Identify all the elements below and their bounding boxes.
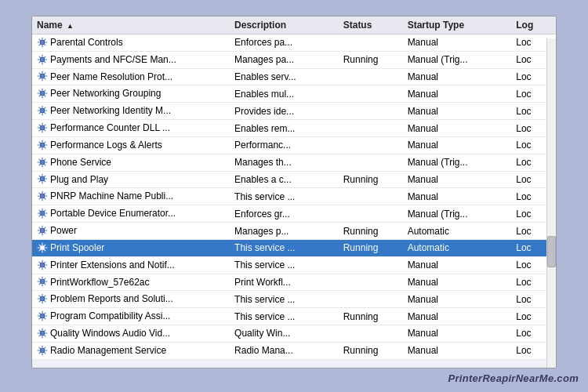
service-icon [37, 71, 48, 82]
cell-startup-type: Manual (Trig... [403, 51, 512, 68]
cell-startup-type: Manual [403, 103, 512, 120]
col-header-status[interactable]: Status [339, 16, 403, 34]
table-row[interactable]: Printer Extensions and Notif...This serv… [32, 256, 556, 274]
cell-status: Running [339, 223, 403, 240]
service-icon [37, 157, 48, 168]
table-row[interactable]: Print SpoolerThis service ...RunningAuto… [32, 239, 556, 256]
scrollbar[interactable] [546, 38, 556, 368]
cell-status [339, 205, 403, 223]
table-row[interactable]: Performance Counter DLL ...Enables rem..… [32, 120, 556, 137]
cell-startup-type: Manual [403, 85, 512, 103]
table-row[interactable]: Payments and NFC/SE Man...Manages pa...R… [32, 51, 556, 68]
svg-point-14 [40, 279, 45, 284]
svg-point-15 [40, 296, 45, 301]
cell-name: Printer Extensions and Notif... [32, 256, 230, 274]
table-row[interactable]: Problem Reports and Soluti...This servic… [32, 291, 556, 308]
cell-status [339, 274, 403, 291]
table-row[interactable]: Parental ControlsEnforces pa...ManualLoc [32, 34, 556, 52]
cell-startup-type: Manual (Trig... [403, 205, 512, 223]
cell-name: Portable Device Enumerator... [32, 205, 230, 223]
cell-description: Manages th... [230, 154, 339, 171]
table-row[interactable]: Performance Logs & AlertsPerformanc...Ma… [32, 136, 556, 154]
svg-point-9 [40, 194, 45, 198]
cell-name: Peer Networking Grouping [32, 85, 230, 103]
service-icon [37, 105, 48, 116]
cell-description: Manages p... [230, 223, 339, 240]
cell-startup-type: Automatic [403, 239, 512, 256]
cell-startup-type: Manual [403, 325, 512, 343]
cell-name: Problem Reports and Soluti... [32, 291, 230, 308]
services-window: Name ▲ Description Status Startup Type L… [31, 16, 557, 368]
cell-description: Performanc... [230, 136, 339, 154]
table-row[interactable]: Program Compatibility Assi...This servic… [32, 308, 556, 325]
col-header-startup-type[interactable]: Startup Type [403, 16, 512, 34]
cell-startup-type: Manual [403, 188, 512, 205]
svg-point-0 [40, 40, 45, 45]
table-row[interactable]: Plug and PlayEnables a c...RunningManual… [32, 171, 556, 188]
col-header-description[interactable]: Description [230, 16, 339, 34]
cell-status [339, 291, 403, 308]
table-row[interactable]: PrintWorkflow_57e62acPrint Workfl...Manu… [32, 274, 556, 291]
svg-point-1 [40, 57, 45, 62]
cell-startup-type: Manual [403, 34, 512, 52]
service-icon [37, 37, 48, 48]
cell-status [339, 120, 403, 137]
cell-description: Enforces gr... [230, 205, 339, 223]
cell-status: Running [339, 308, 403, 325]
table-row[interactable]: Phone ServiceManages th...Manual (Trig..… [32, 154, 556, 171]
service-icon [37, 310, 48, 321]
cell-description: Enables mul... [230, 85, 339, 103]
table-row[interactable]: Peer Networking Identity M...Provides id… [32, 103, 556, 120]
cell-description: Quality Win... [230, 325, 339, 343]
cell-description: Enforces pa... [230, 34, 339, 52]
service-icon [37, 140, 48, 151]
table-header-row: Name ▲ Description Status Startup Type L… [32, 16, 556, 34]
table-row[interactable]: Quality Windows Audio Vid...Quality Win.… [32, 325, 556, 343]
cell-startup-type: Manual [403, 136, 512, 154]
table-row[interactable]: Portable Device Enumerator...Enforces gr… [32, 205, 556, 223]
svg-point-4 [40, 108, 45, 113]
cell-startup-type: Manual [403, 274, 512, 291]
service-icon [37, 276, 48, 287]
scrollbar-thumb[interactable] [547, 236, 556, 267]
svg-point-5 [40, 125, 45, 130]
cell-status [339, 325, 403, 343]
sort-arrow-icon: ▲ [67, 22, 74, 30]
cell-startup-type: Manual [403, 120, 512, 137]
cell-description: Provides ide... [230, 103, 339, 120]
cell-name: PNRP Machine Name Publi... [32, 188, 230, 205]
table-row[interactable]: Peer Name Resolution Prot...Enables serv… [32, 68, 556, 85]
cell-status [339, 85, 403, 103]
cell-name: Peer Name Resolution Prot... [32, 68, 230, 85]
cell-status [339, 68, 403, 85]
cell-description: Enables serv... [230, 68, 339, 85]
svg-point-10 [40, 211, 45, 216]
cell-status: Running [339, 171, 403, 188]
watermark: PrinterReapirNearMe.com [448, 372, 579, 384]
service-icon [37, 54, 48, 65]
table-row[interactable]: Peer Networking GroupingEnables mul...Ma… [32, 85, 556, 103]
service-icon [37, 328, 48, 339]
col-header-name[interactable]: Name ▲ [32, 16, 230, 34]
table-row[interactable]: PNRP Machine Name Publi...This service .… [32, 188, 556, 205]
service-icon [37, 88, 48, 99]
cell-name: Performance Logs & Alerts [32, 136, 230, 154]
svg-point-11 [40, 228, 45, 233]
cell-status [339, 256, 403, 274]
cell-startup-type: Manual [403, 291, 512, 308]
cell-name: Performance Counter DLL ... [32, 120, 230, 137]
cell-description: This service ... [230, 291, 339, 308]
service-icon [37, 260, 48, 270]
cell-name: Program Compatibility Assi... [32, 308, 230, 325]
cell-description: This service ... [230, 308, 339, 325]
table-row[interactable]: PowerManages p...RunningAutomaticLoc [32, 223, 556, 240]
svg-point-2 [40, 74, 45, 78]
service-icon [37, 122, 48, 133]
svg-point-7 [40, 160, 45, 165]
cell-startup-type: Manual [403, 342, 512, 359]
col-header-logon[interactable]: Log [511, 16, 556, 34]
cell-status [339, 154, 403, 171]
table-row[interactable]: Radio Management ServiceRadio Mana...Run… [32, 342, 556, 359]
svg-point-18 [40, 348, 45, 353]
cell-description: Enables a c... [230, 171, 339, 188]
